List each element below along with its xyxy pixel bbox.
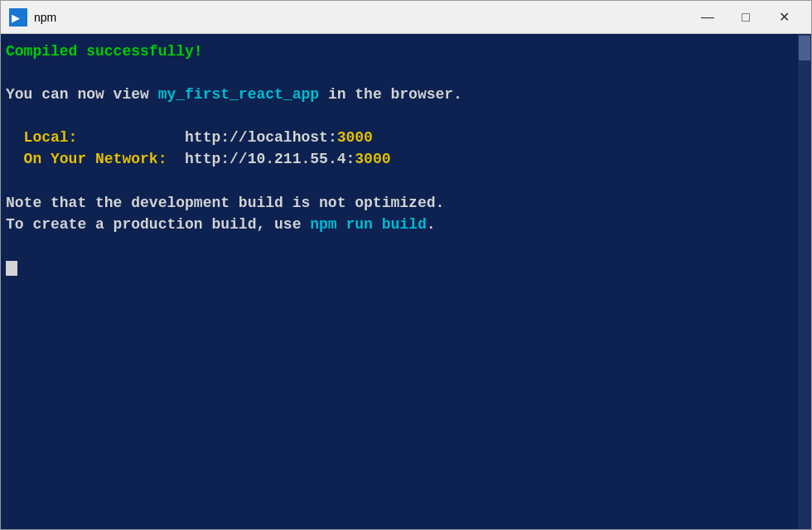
note-text-1: To create a production build, use	[6, 216, 310, 233]
view-text-2: in the browser.	[319, 86, 462, 103]
minimize-button[interactable]: —	[689, 4, 727, 31]
network-line: On Your Network: http://10.211.55.4:3000	[6, 148, 806, 170]
close-button[interactable]: ✕	[765, 4, 803, 31]
blank-line-2	[6, 105, 806, 127]
local-url-prefix: http://localhost:	[185, 129, 337, 146]
blank-line-1	[6, 62, 806, 84]
note-line-2: To create a production build, use npm ru…	[6, 214, 806, 235]
maximize-button[interactable]: □	[727, 4, 765, 31]
note-line-1: Note that the development build is not o…	[6, 192, 806, 214]
local-port: 3000	[337, 129, 373, 146]
scrollbar[interactable]	[798, 34, 811, 529]
network-port: 3000	[355, 151, 390, 167]
view-line: You can now view my_first_react_app in t…	[6, 84, 806, 105]
compiled-line: Compiled successfully!	[6, 41, 806, 62]
local-line: Local: http://localhost:3000	[6, 127, 806, 148]
terminal-window: ▶ npm — □ ✕ Compiled successfully! You c…	[0, 0, 812, 530]
terminal-cursor	[6, 261, 17, 276]
svg-text:▶: ▶	[12, 12, 20, 24]
local-label: Local:	[6, 129, 185, 146]
blank-line-3	[6, 171, 806, 192]
app-name-link: my_first_react_app	[158, 86, 319, 103]
network-label: On Your Network:	[6, 151, 185, 167]
note-text-2: .	[427, 216, 436, 233]
window-title: npm	[34, 11, 689, 24]
terminal-body[interactable]: Compiled successfully! You can now view …	[1, 34, 811, 529]
view-text-1: You can now view	[6, 86, 158, 103]
npm-run-build-link: npm run build	[310, 216, 426, 233]
blank-line-4	[6, 235, 806, 257]
window-controls: — □ ✕	[689, 4, 803, 31]
cursor-line	[6, 257, 806, 278]
network-url-prefix: http://10.211.55.4:	[185, 151, 355, 167]
scrollbar-thumb[interactable]	[799, 36, 810, 60]
app-icon: ▶	[9, 8, 27, 26]
title-bar: ▶ npm — □ ✕	[1, 1, 811, 34]
